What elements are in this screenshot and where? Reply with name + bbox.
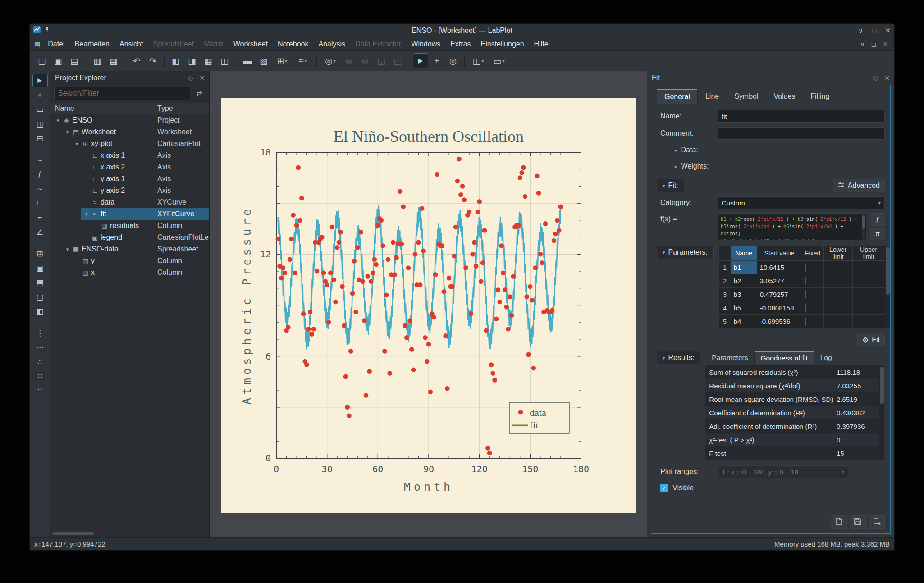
add-x-axis-tool[interactable]: ∟ <box>32 196 48 210</box>
comment-input[interactable] <box>718 127 885 140</box>
tab-line[interactable]: Line <box>698 89 727 104</box>
load-template-button[interactable] <box>831 515 847 529</box>
insert-text-label-button[interactable]: ▬ <box>240 53 255 68</box>
zoom-y-select-tool[interactable]: ⊟ <box>32 132 48 145</box>
search-input[interactable] <box>54 87 190 100</box>
param-lower-limit-cell[interactable] <box>823 315 852 328</box>
param-lower-limit-cell[interactable] <box>823 261 852 274</box>
results-section-toggle[interactable]: ▾ Results: <box>657 351 700 364</box>
tree-item-enso-data[interactable]: ▾▦ENSO-dataSpreadsheet <box>50 243 209 255</box>
data-section-toggle[interactable]: ▸ Data: <box>675 146 885 154</box>
y-axis-label[interactable]: Atmospheric Pressure <box>240 206 253 405</box>
results-tab-log[interactable]: Log <box>814 351 838 364</box>
plot-mouse-mode-dropdown[interactable]: ▭▾ <box>489 53 509 68</box>
formula-editor[interactable]: b1 + b2*cos( 2*pi*x/12 ) + b3*sin( 2*pi*… <box>718 213 866 240</box>
menu-hilfe[interactable]: Hilfe <box>529 39 553 50</box>
tree-item-xy-plot[interactable]: ▾⊞xy-plotCartesianPlot <box>50 138 209 150</box>
plot-legend[interactable]: datafit <box>509 402 569 433</box>
tree-item-fit[interactable]: ▾≈fitXYFitCurve <box>50 208 209 220</box>
tree-item-residuals[interactable]: ▥residualsColumn <box>50 220 209 232</box>
tree-expander-icon[interactable]: ▾ <box>54 118 62 123</box>
save-project-button[interactable]: ▤ <box>67 53 82 68</box>
insert-constant-button[interactable]: π <box>870 228 885 240</box>
tree-item-x[interactable]: ▥xColumn <box>50 267 209 278</box>
worksheet-page[interactable]: 0306090120150180061218El Niño-Southern O… <box>221 98 636 513</box>
more-tools-button[interactable]: ∵ <box>32 384 48 397</box>
zoom-x-select-tool[interactable]: ◫ <box>32 117 48 131</box>
select-mode-button[interactable]: ► <box>413 53 428 68</box>
menu-notebook[interactable]: Notebook <box>273 39 314 50</box>
param-fixed-cell[interactable] <box>802 301 823 315</box>
tree-item-y-axis-1[interactable]: ∟y axis 1Axis <box>50 173 209 185</box>
advanced-button[interactable]: Advanced <box>833 179 885 192</box>
param-start-value-cell[interactable]: 0.479257 <box>757 288 802 301</box>
insert-function-button[interactable]: ƒ <box>870 213 885 226</box>
dock-close-icon[interactable]: ✕ <box>884 74 890 82</box>
crosshair-mode-button[interactable]: + <box>429 53 444 68</box>
tab-filling[interactable]: Filling <box>803 89 837 104</box>
parameters-scrollbar[interactable] <box>885 246 891 328</box>
param-fixed-cell[interactable] <box>802 261 823 274</box>
filter-options-icon[interactable]: ⇄ <box>193 87 206 99</box>
fixed-checkbox[interactable] <box>805 277 806 285</box>
tree-item-legend[interactable]: ▣legendCartesianPlotLegend <box>50 232 209 243</box>
open-project-button[interactable]: ▣ <box>50 53 66 68</box>
add-plot-tool[interactable]: ⊞ <box>32 247 48 260</box>
tab-values[interactable]: Values <box>766 89 803 104</box>
zoom-mode-button[interactable]: ◎ <box>445 53 461 68</box>
menu-worksheet[interactable]: Worksheet <box>229 39 273 50</box>
param-name-cell[interactable]: b3 <box>731 288 757 301</box>
param-start-value-cell[interactable]: 3.05277 <box>757 274 802 288</box>
dock-float-icon[interactable]: ◇ <box>188 74 193 82</box>
formula-scrollbar[interactable] <box>862 214 865 239</box>
distribute-horizontal-tool[interactable]: ⋯ <box>32 341 48 354</box>
distribute-vertical-tool[interactable]: ⋮ <box>32 326 48 340</box>
add-curve-dropdown[interactable]: ≈▾ <box>293 53 313 68</box>
param-upper-limit-cell[interactable] <box>852 315 885 328</box>
param-name-cell[interactable]: b1 <box>731 261 757 274</box>
tree-item-x-axis-2[interactable]: ∟x axis 2Axis <box>50 161 209 173</box>
results-tab-goodness-of-fit[interactable]: Goodness of fit <box>754 351 814 364</box>
mdi-restore-button[interactable]: ◻ <box>871 41 877 48</box>
export-button[interactable] <box>869 515 885 529</box>
menu-analysis[interactable]: Analysis <box>313 39 350 50</box>
param-col-fixed[interactable]: Fixed <box>802 246 823 261</box>
save-template-button[interactable] <box>850 515 866 529</box>
add-equation-curve-tool[interactable]: ƒ <box>32 168 48 181</box>
name-input[interactable] <box>718 110 885 123</box>
mdi-minimize-button[interactable]: ∨ <box>860 41 865 48</box>
param-lower-limit-cell[interactable] <box>823 301 852 315</box>
dock-float-icon[interactable]: ◇ <box>873 74 878 82</box>
menu-datei[interactable]: Datei <box>43 39 69 50</box>
menu-windows[interactable]: Windows <box>406 39 445 50</box>
redo-button[interactable]: ↷ <box>145 53 160 68</box>
add-info-element-tool[interactable]: ▢ <box>32 290 48 304</box>
param-col-name[interactable]: Name <box>731 246 757 261</box>
align-tool[interactable]: ∴ <box>32 355 48 369</box>
minimize-button[interactable]: ∨ <box>858 27 863 34</box>
menu-bearbeiten[interactable]: Bearbeiten <box>70 39 114 50</box>
break-layout-button[interactable]: ◫ <box>217 53 232 68</box>
tree-expander-icon[interactable]: ▾ <box>64 129 71 135</box>
add-text-label-tool[interactable]: ▤ <box>32 276 48 289</box>
explorer-hscrollbar[interactable] <box>50 531 209 537</box>
add-y-axis-tool[interactable]: ⌐ <box>32 211 48 224</box>
new-plot-dropdown[interactable]: ⊞▾ <box>272 53 292 68</box>
tree-item-y[interactable]: ▥yColumn <box>50 255 209 267</box>
zoom-dropdown[interactable]: ◎▾ <box>320 53 340 68</box>
menu-ansicht[interactable]: Ansicht <box>114 39 148 50</box>
maximize-button[interactable]: ◻ <box>871 27 877 34</box>
param-col-lower-limit[interactable]: Lower limit <box>823 246 852 261</box>
close-button[interactable]: ✕ <box>885 27 891 34</box>
add-curve-tool[interactable]: ≈ <box>32 153 48 167</box>
print-preview-button[interactable]: ▦ <box>106 53 121 68</box>
weights-section-toggle[interactable]: ▸ Weights: <box>675 162 885 170</box>
pin-icon[interactable] <box>44 27 50 35</box>
tree-item-enso[interactable]: ▾◈ENSOProject <box>50 114 209 126</box>
param-fixed-cell[interactable] <box>802 315 823 328</box>
grid-layout-button[interactable]: ▦ <box>201 53 216 68</box>
param-upper-limit-cell[interactable] <box>852 274 885 288</box>
dock-close-icon[interactable]: ✕ <box>199 74 205 82</box>
param-fixed-cell[interactable] <box>802 288 823 301</box>
undo-button[interactable]: ↶ <box>129 53 144 68</box>
